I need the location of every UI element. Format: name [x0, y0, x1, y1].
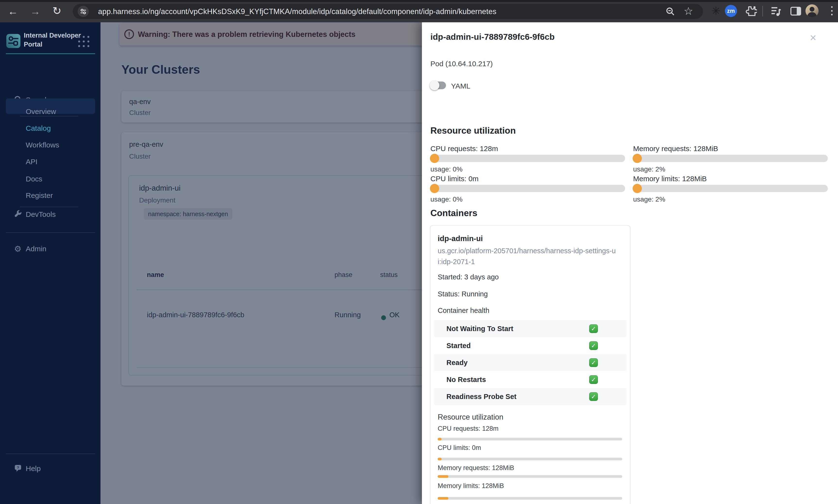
- check-icon: ✓: [589, 358, 598, 367]
- sidebar-item-overview[interactable]: Overview: [0, 104, 101, 119]
- container-status: Status: Running: [438, 290, 488, 298]
- side-panel-icon[interactable]: [790, 7, 801, 16]
- ru-memory-limits: Memory limits: 128MiB usage: 2%: [633, 175, 828, 204]
- res-cpu-limits-label: CPU limits: 0m: [438, 444, 481, 452]
- sidebar-title: Internal Developer Portal: [24, 31, 81, 49]
- sidebar-item-catalog[interactable]: Catalog: [0, 121, 101, 136]
- drawer-title: idp-admin-ui-7889789fc6-9f6cb: [431, 32, 555, 42]
- sidebar: Internal Developer Portal Search Overvie…: [0, 22, 101, 504]
- container-health-list: Not Waiting To Start ✓ Started ✓ Ready ✓…: [434, 320, 627, 405]
- wrench-icon: [14, 210, 23, 219]
- check-icon: ✓: [589, 324, 598, 333]
- forward-icon[interactable]: →: [30, 6, 40, 17]
- mini-progress-fill: [438, 497, 448, 500]
- site-settings-icon[interactable]: [78, 6, 89, 17]
- check-icon: ✓: [589, 392, 598, 401]
- address-bar[interactable]: app.harness.io/ng/account/vpCkHKsDSxK9_K…: [73, 4, 703, 19]
- progress-track: [633, 185, 828, 192]
- extension-spinner-icon[interactable]: ✳: [711, 6, 721, 16]
- toggle-thumb: [430, 80, 439, 90]
- check-icon: ✓: [589, 375, 598, 384]
- mini-progress: [438, 438, 622, 440]
- pod-ip-subtitle: Pod (10.64.10.217): [431, 60, 493, 68]
- resource-utilization-heading: Resource utilization: [431, 126, 516, 136]
- close-icon[interactable]: ×: [810, 32, 816, 43]
- sidebar-divider: [6, 53, 95, 54]
- container-image-link[interactable]: us.gcr.io/platform-205701/harness/harnes…: [438, 246, 618, 267]
- containers-heading: Containers: [431, 208, 477, 218]
- mini-progress-fill: [438, 458, 441, 460]
- reload-icon[interactable]: ↻: [52, 6, 62, 16]
- sidebar-item-help[interactable]: ? Help: [0, 461, 101, 476]
- ru-memory-requests: Memory requests: 128MiB usage: 2%: [633, 145, 828, 174]
- browser-menu-icon[interactable]: ⋮: [826, 5, 838, 16]
- res-cpu-requests-label: CPU requests: 128m: [438, 425, 499, 432]
- ru-cpu-limits: CPU limits: 0m usage: 0%: [431, 175, 625, 204]
- ru-cpu-requests: CPU requests: 128m usage: 0%: [431, 145, 625, 174]
- browser-profile-avatar[interactable]: [805, 4, 819, 17]
- sidebar-item-devtools[interactable]: DevTools: [0, 206, 101, 222]
- media-controls-icon[interactable]: [770, 5, 782, 17]
- container-name: idp-admin-ui: [438, 234, 483, 243]
- mini-progress-fill: [438, 475, 448, 478]
- mini-progress: [438, 458, 622, 460]
- container-started: Started: 3 days ago: [438, 273, 499, 281]
- health-check-row: Started ✓: [434, 337, 627, 354]
- sidebar-item-workflows[interactable]: Workflows: [0, 137, 101, 153]
- zoom-extension-icon[interactable]: zm: [725, 5, 737, 17]
- progress-knob: [430, 154, 439, 163]
- sidebar-item-docs[interactable]: Docs: [0, 171, 101, 187]
- sidebar-item-admin[interactable]: ⚙ Admin: [0, 241, 101, 257]
- health-check-row: Readiness Probe Set ✓: [434, 388, 627, 405]
- window-edge: [0, 0, 838, 2]
- progress-knob: [633, 184, 642, 193]
- check-icon: ✓: [589, 341, 598, 350]
- mini-progress-fill: [438, 438, 441, 440]
- mini-progress: [438, 497, 622, 500]
- toolbar-divider: [762, 6, 763, 17]
- sidebar-item-register[interactable]: Register: [0, 188, 101, 203]
- svg-text:?: ?: [17, 465, 19, 470]
- progress-knob: [430, 184, 439, 193]
- yaml-toggle[interactable]: [431, 82, 446, 89]
- url-text[interactable]: app.harness.io/ng/account/vpCkHKsDSxK9_K…: [98, 7, 496, 16]
- res-mem-limits-label: Memory limits: 128MiB: [438, 482, 504, 490]
- browser-toolbar: ← → ↻ app.harness.io/ng/account/vpCkHKsD…: [0, 0, 838, 22]
- extensions-puzzle-icon[interactable]: [745, 5, 757, 17]
- zoom-indicator-icon[interactable]: [665, 6, 675, 17]
- avatar-silhouette: [809, 7, 815, 12]
- idp-logo[interactable]: [6, 34, 20, 48]
- container-ru-heading: Resource utilization: [438, 413, 504, 421]
- user-menu[interactable]: Debabrata Panigrahi: [0, 502, 101, 504]
- back-icon[interactable]: ←: [8, 6, 18, 17]
- container-health-heading: Container health: [438, 307, 489, 314]
- yaml-toggle-label: YAML: [451, 82, 470, 90]
- app-grid-icon[interactable]: [78, 36, 90, 48]
- health-check-row: Not Waiting To Start ✓: [434, 320, 627, 337]
- help-chat-icon: ?: [14, 464, 23, 473]
- sidebar-divider: [6, 453, 95, 454]
- bookmark-star-icon[interactable]: ☆: [684, 5, 693, 17]
- progress-knob: [633, 154, 642, 163]
- health-check-row: No Restarts ✓: [434, 371, 627, 388]
- res-mem-requests-label: Memory requests: 128MiB: [438, 464, 514, 472]
- sidebar-divider: [6, 232, 95, 233]
- progress-track: [633, 155, 828, 162]
- progress-track: [431, 185, 625, 192]
- mini-progress: [438, 475, 622, 478]
- health-check-row: Ready ✓: [434, 354, 627, 371]
- progress-track: [431, 155, 625, 162]
- sidebar-item-api[interactable]: API: [0, 154, 101, 169]
- tune-icon: [80, 8, 86, 15]
- avatar-silhouette: [807, 12, 817, 17]
- gear-icon: ⚙: [14, 245, 23, 253]
